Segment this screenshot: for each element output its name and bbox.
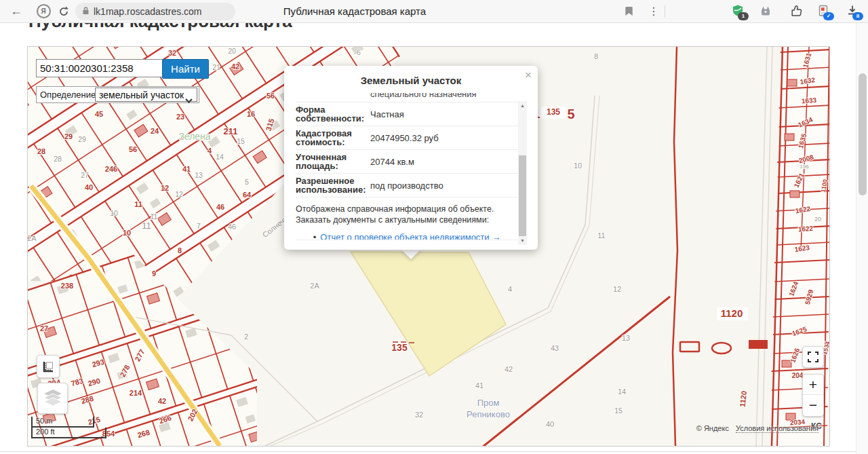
- popup-row-label: Разрешенное использование:: [296, 176, 366, 194]
- map-label: 41: [475, 381, 484, 390]
- map-label: 4: [208, 147, 212, 155]
- map-label: 10: [110, 209, 118, 217]
- map-container[interactable]: 1120 45292823245624640411211108446642111…: [27, 46, 830, 447]
- map-label: 1622: [797, 225, 814, 233]
- map-label: 40: [85, 183, 93, 191]
- map-label: 12: [613, 285, 621, 293]
- map-label: 1120: [721, 307, 743, 319]
- popup-title: Земельный участок: [284, 75, 538, 86]
- yandex-browser-icon[interactable]: Я: [35, 0, 52, 22]
- popup-divider: [296, 240, 518, 240]
- popup-row-value: Частная: [366, 109, 404, 119]
- downloads-badge: 8: [852, 12, 863, 20]
- map-label: 29: [78, 135, 86, 143]
- address-bar[interactable]: lk1map.roscadastres.com: [75, 3, 235, 20]
- zoom-out-button[interactable]: −: [803, 395, 823, 415]
- popup-row: Уточненная площадь:20744 кв.м: [296, 149, 518, 173]
- map-label: 238: [61, 282, 73, 290]
- refresh-icon[interactable]: [56, 0, 72, 22]
- map-label: 5: [567, 107, 574, 121]
- map-label: 15: [237, 137, 245, 145]
- map-label: 10: [123, 229, 131, 237]
- tab-title: Публичная кадастровая карта: [253, 0, 456, 22]
- search-input[interactable]: [36, 59, 165, 77]
- map-label: 27: [81, 171, 89, 179]
- scroll-thumb[interactable]: [519, 155, 526, 236]
- map-label: 8: [178, 246, 182, 254]
- popup-row-value: под производство: [366, 181, 443, 191]
- zoom-controls: + −: [802, 374, 824, 417]
- map-label: 11: [151, 212, 158, 221]
- map-label: 12: [175, 190, 183, 198]
- scale-meters: 50 m: [31, 417, 94, 428]
- map-label: 6: [357, 48, 361, 56]
- map-label: 45: [95, 110, 103, 118]
- popup-rows: Форма собственности:ЧастнаяКадастровая с…: [296, 102, 518, 197]
- page-scrollbar[interactable]: [856, 22, 868, 454]
- popup-clipped-row: специального назначения: [296, 93, 518, 102]
- map-label: Зелена: [178, 131, 210, 142]
- map-label: Репниково: [467, 409, 510, 419]
- popup-content: специального назначения Форма собственно…: [296, 93, 518, 240]
- map-label: 214: [130, 389, 142, 397]
- downloads-icon[interactable]: 8: [846, 4, 861, 19]
- layers-button[interactable]: [37, 383, 68, 414]
- map-label: 14: [618, 387, 626, 396]
- map-label: 13: [195, 171, 203, 179]
- map-label: 246: [105, 165, 117, 173]
- map-label: 4: [508, 285, 512, 293]
- scroll-down-icon[interactable]: ▼: [518, 236, 527, 245]
- page-bottom-divider: [0, 451, 868, 452]
- map-label: 2: [244, 333, 248, 341]
- popup-report-link-row: •Отчет о проверке объекта недвижимости →: [296, 232, 518, 240]
- map-label: 14: [216, 153, 224, 161]
- search-button[interactable]: Найти: [162, 59, 209, 79]
- scroll-up-icon[interactable]: ▲: [518, 101, 527, 110]
- bullet: •: [313, 232, 317, 240]
- chevron-down-icon: [185, 93, 193, 107]
- measure-tool-button[interactable]: [37, 355, 60, 378]
- map-label: 2А: [28, 234, 36, 242]
- close-icon[interactable]: ×: [525, 69, 532, 81]
- popup-row-value: 20744 кв.м: [366, 157, 414, 167]
- popup-row-label: Кадастровая стоимость:: [296, 129, 366, 147]
- extension-shield-icon[interactable]: 1: [731, 4, 746, 19]
- scale-bar: 50 m 200 ft: [31, 417, 106, 438]
- map-label: 15: [614, 406, 623, 415]
- info-popup: Земельный участок × специального назначе…: [284, 66, 538, 250]
- filter-box: Определение: земельный участок: [36, 86, 199, 103]
- popup-row: Форма собственности:Частная: [296, 102, 518, 126]
- copyright-text: © Яндекс: [696, 424, 729, 432]
- map-label: 28: [54, 155, 62, 163]
- filter-select[interactable]: земельный участок: [95, 88, 197, 102]
- back-icon[interactable]: ←: [8, 0, 24, 22]
- map-label: 211: [224, 126, 238, 136]
- popup-row-label: Форма собственности:: [296, 105, 366, 123]
- extension-lock-icon[interactable]: [759, 4, 774, 19]
- lock-icon: [82, 5, 90, 18]
- map-label: 20: [814, 216, 821, 223]
- menu-kebab-icon[interactable]: ⋮: [646, 0, 662, 22]
- report-link[interactable]: Отчет о проверке объекта недвижимости →: [320, 232, 500, 240]
- toolbar-separator: [665, 5, 665, 18]
- fullscreen-button[interactable]: [802, 346, 824, 368]
- map-label: 5: [245, 178, 249, 186]
- browser-toolbar: ← Я lk1map.roscadastres.com Публичная ка…: [0, 0, 868, 23]
- map-label: 27: [40, 324, 48, 333]
- map-label: 46: [216, 203, 224, 211]
- map-label: 9: [152, 269, 156, 278]
- map-label: 135: [391, 342, 408, 353]
- terms-link[interactable]: Условия использования: [736, 424, 818, 433]
- popup-row: Кадастровая стоимость:20474950.32 руб: [296, 126, 518, 149]
- extension-document-icon[interactable]: ✓: [816, 4, 831, 19]
- page-scrollbar-thumb[interactable]: [859, 73, 867, 195]
- extension-hand-icon[interactable]: [789, 4, 804, 19]
- map-label: 32: [168, 49, 176, 57]
- map-label: 29: [64, 132, 73, 140]
- zoom-in-button[interactable]: +: [803, 375, 823, 395]
- map-label: 11: [142, 221, 151, 231]
- popup-scrollbar[interactable]: ▲ ▼: [518, 101, 527, 245]
- scale-feet: 200 ft: [31, 428, 106, 438]
- bookmark-icon[interactable]: [620, 0, 637, 22]
- filter-label: Определение:: [40, 87, 98, 102]
